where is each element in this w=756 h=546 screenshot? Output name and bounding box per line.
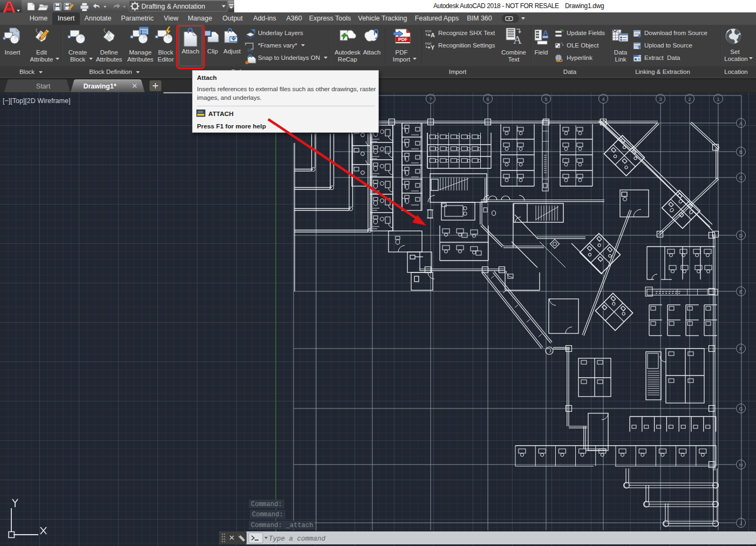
svg-text:Autodesk: Autodesk xyxy=(335,49,360,56)
svg-text:1: 1 xyxy=(717,97,719,102)
svg-text:PDF: PDF xyxy=(398,37,407,42)
svg-text:G: G xyxy=(739,406,743,412)
svg-text:7: 7 xyxy=(429,97,432,102)
svg-text:Attributes: Attributes xyxy=(96,56,122,63)
svg-text:Drafting & Annotation: Drafting & Annotation xyxy=(141,3,205,10)
svg-text:*Frames vary*: *Frames vary* xyxy=(258,42,297,49)
svg-text:Command:: Command: xyxy=(251,501,282,508)
svg-text:J: J xyxy=(740,521,743,526)
svg-text:Field: Field xyxy=(535,49,548,56)
svg-text:E: E xyxy=(739,289,743,295)
svg-text:Define: Define xyxy=(100,49,118,56)
svg-text:A: A xyxy=(739,121,743,126)
svg-text:Location: Location xyxy=(724,56,747,62)
svg-text:Recognition Settings: Recognition Settings xyxy=(438,42,495,49)
svg-text:2: 2 xyxy=(688,97,691,102)
svg-text:Clip: Clip xyxy=(207,48,218,54)
svg-text:Adjust: Adjust xyxy=(223,48,241,54)
svg-text:Manage: Manage xyxy=(129,49,152,56)
svg-text:A: A xyxy=(431,32,435,38)
svg-text:Type a command: Type a command xyxy=(269,535,326,543)
svg-text:Data: Data xyxy=(614,49,628,56)
svg-text:B: B xyxy=(739,149,743,155)
svg-text:Hyperlink: Hyperlink xyxy=(567,54,592,61)
svg-text:OLE Object: OLE Object xyxy=(567,42,599,49)
svg-text:Drawing1*: Drawing1* xyxy=(83,83,116,90)
svg-text:Combine: Combine xyxy=(501,49,526,56)
svg-text:[−][Top][2D Wireframe]: [−][Top][2D Wireframe] xyxy=(3,97,70,105)
svg-text:4: 4 xyxy=(602,97,604,102)
svg-text:Text: Text xyxy=(508,56,520,63)
svg-text:Update Fields: Update Fields xyxy=(567,30,605,36)
svg-text:(x): (x) xyxy=(248,47,253,52)
svg-text:Create: Create xyxy=(69,49,87,56)
svg-text:Block: Block xyxy=(19,69,35,75)
svg-text:Attach: Attach xyxy=(363,49,381,56)
svg-text:Download from Source: Download from Source xyxy=(644,30,707,36)
svg-text:Block Definition: Block Definition xyxy=(89,69,132,75)
svg-text:Command:: Command: xyxy=(252,511,283,518)
svg-text:C: C xyxy=(739,175,743,181)
svg-text:Location: Location xyxy=(724,69,747,75)
svg-text:Underlay Layers: Underlay Layers xyxy=(258,30,303,36)
svg-text:Link: Link xyxy=(615,56,626,63)
svg-text:Command: _attach: Command: _attach xyxy=(251,522,313,529)
svg-text:Import: Import xyxy=(393,56,411,63)
svg-text:Import: Import xyxy=(449,69,467,75)
svg-text:5: 5 xyxy=(544,97,547,102)
svg-text:Edit: Edit xyxy=(36,49,47,56)
svg-text:D: D xyxy=(739,233,743,238)
svg-text:Extract Data: Extract Data xyxy=(644,54,680,61)
svg-text:PDF: PDF xyxy=(396,49,408,56)
svg-text:F: F xyxy=(739,346,743,352)
svg-text:Attributes: Attributes xyxy=(127,56,154,63)
svg-text:H: H xyxy=(739,462,743,468)
svg-text:Upload to Source: Upload to Source xyxy=(644,42,692,49)
svg-text:Attach: Attach xyxy=(182,48,200,54)
svg-text:3: 3 xyxy=(659,97,662,102)
svg-text:6: 6 xyxy=(486,97,489,102)
svg-text:ReCap: ReCap xyxy=(338,56,357,63)
svg-text:Set: Set xyxy=(730,49,740,55)
svg-text:Linking & Extraction: Linking & Extraction xyxy=(635,69,690,75)
svg-text:Data: Data xyxy=(563,69,577,75)
svg-text:A: A xyxy=(513,33,522,46)
svg-text:Y: Y xyxy=(431,44,435,51)
svg-text:Snap to Underlays ON: Snap to Underlays ON xyxy=(258,54,320,61)
svg-text:Block: Block xyxy=(158,49,173,56)
svg-text:Start: Start xyxy=(36,83,51,90)
svg-text:Recognize SHX Text: Recognize SHX Text xyxy=(438,30,495,36)
svg-text:Block: Block xyxy=(70,56,85,63)
svg-text:Insert: Insert xyxy=(5,49,21,56)
svg-text:Attribute: Attribute xyxy=(30,56,53,63)
svg-text:Editor: Editor xyxy=(158,56,174,63)
